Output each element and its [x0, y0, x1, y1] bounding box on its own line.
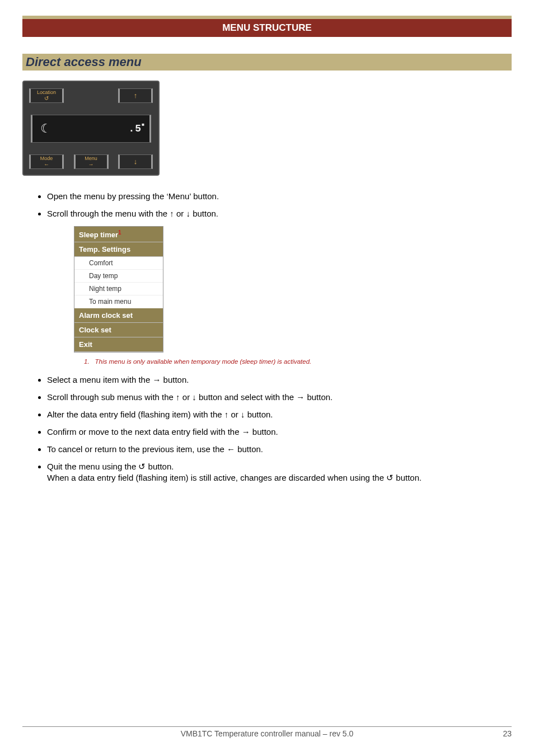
page-footer: VMB1TC Temperature controller manual – r… — [22, 726, 512, 738]
menu-structure-box: Sleep timer1 Temp. Settings Comfort Day … — [74, 226, 163, 353]
left-arrow-icon: ← — [44, 161, 49, 167]
device-mode-label: Mode — [40, 156, 53, 162]
device-down-button: ↓ — [118, 154, 153, 169]
instruction-item: Select a menu item with the → button. — [47, 375, 512, 384]
device-location-label: Location — [37, 90, 56, 96]
section-heading: Direct access menu — [26, 55, 142, 69]
instructions-list: Open the menu by pressing the ‘Menu’ but… — [47, 191, 512, 218]
instruction-item: To cancel or return to the previous item… — [47, 444, 512, 454]
instruction-item: Quit the menu using the ↺ button. When a… — [47, 462, 512, 483]
instruction-item: Scroll through the menu with the ↑ or ↓ … — [47, 209, 512, 218]
footer-page-number: 23 — [503, 729, 512, 738]
footer-text: VMB1TC Temperature controller manual – r… — [181, 729, 354, 738]
device-menu-label: Menu — [85, 156, 97, 162]
menu-sub-tomain: To main menu — [74, 295, 163, 308]
device-panel-illustration: Location ↺ ↑ ☾ .5■ Mode ← Menu → ↓ — [22, 81, 160, 176]
moon-icon: ☾ — [40, 121, 51, 136]
menu-clock-set: Clock set — [74, 323, 163, 337]
menu-alarm-clock: Alarm clock set — [74, 308, 163, 323]
lcd-temp-value: .5 — [128, 123, 142, 134]
device-menu-button: Menu → — [74, 154, 109, 169]
menu-sleep-label: Sleep timer — [79, 231, 118, 239]
menu-sleep-sup: 1 — [118, 229, 121, 236]
device-location-button: Location ↺ — [29, 88, 64, 103]
menu-temp-settings: Temp. Settings — [74, 242, 163, 257]
device-mode-button: Mode ← — [29, 154, 64, 169]
footnote: 1.This menu is only available when tempo… — [84, 358, 512, 365]
menu-sub-daytemp: Day temp — [74, 270, 163, 283]
device-up-button: ↑ — [118, 88, 153, 103]
instruction-item: Open the menu by pressing the ‘Menu’ but… — [47, 191, 512, 201]
section-heading-bar: Direct access menu — [22, 54, 512, 71]
footnote-text: This menu is only available when tempora… — [95, 358, 312, 365]
menu-sleep-timer: Sleep timer1 — [74, 227, 163, 242]
menu-exit: Exit — [74, 337, 163, 352]
menu-sub-comfort: Comfort — [74, 257, 163, 270]
instruction-item: Scroll through sub menus with the ↑ or ↓… — [47, 392, 512, 402]
back-icon: ↺ — [44, 95, 49, 101]
instruction-item: Confirm or move to the next data entry f… — [47, 427, 512, 436]
instruction-item: Alter the data entry field (flashing ite… — [47, 410, 512, 419]
banner-title: MENU STRUCTURE — [22, 16, 512, 37]
right-arrow-icon: → — [88, 161, 94, 167]
menu-sub-nighttemp: Night temp — [74, 283, 163, 295]
instructions-list-2: Select a menu item with the → button. Sc… — [47, 375, 512, 483]
lcd-temperature: .5■ — [128, 123, 142, 134]
footnote-number: 1. — [84, 358, 90, 365]
instruction-quit-line1: Quit the menu using the ↺ button. — [47, 462, 174, 471]
instruction-quit-line2: When a data entry field (flashing item) … — [47, 473, 512, 483]
device-lcd: ☾ .5■ — [31, 115, 151, 143]
